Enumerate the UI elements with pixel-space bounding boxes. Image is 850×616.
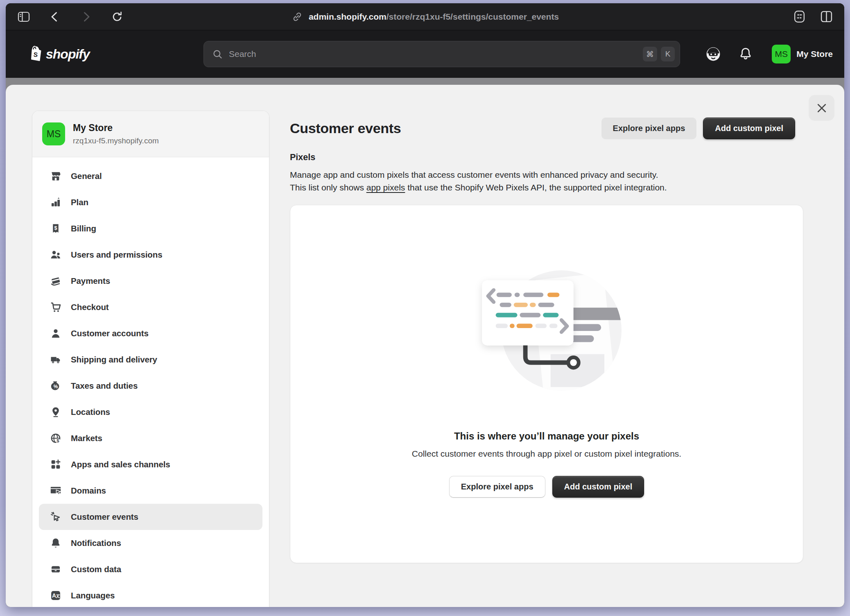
- svg-text:%: %: [54, 384, 58, 390]
- sidebar-item-locations[interactable]: Locations: [39, 399, 262, 425]
- notifications-bell-icon[interactable]: [737, 46, 754, 62]
- notifications-icon: [50, 537, 62, 549]
- settings-sidebar: MS My Store rzq1xu-f5.myshopify.com Gene…: [32, 111, 269, 607]
- sidebar-item-label: Customer events: [71, 512, 138, 522]
- languages-icon: A: [50, 589, 62, 602]
- page-settings-icon[interactable]: [792, 9, 807, 24]
- customer-accounts-icon: [50, 327, 62, 340]
- sidebar-toggle-icon[interactable]: [16, 9, 31, 24]
- markets-icon: $: [50, 432, 62, 444]
- sidebar-item-general[interactable]: General: [39, 163, 262, 189]
- search-icon: [212, 49, 223, 60]
- sidebar-item-checkout[interactable]: Checkout: [39, 294, 262, 320]
- account-menu[interactable]: MS My Store: [769, 42, 835, 66]
- reload-icon[interactable]: [110, 9, 124, 24]
- description-line1: Manage app and custom pixels that access…: [290, 170, 658, 179]
- empty-add-custom-pixel-button[interactable]: Add custom pixel: [552, 476, 644, 498]
- svg-text:S: S: [33, 51, 38, 58]
- svg-text:$: $: [54, 225, 57, 231]
- description-line2-end: that use the Shopify Web Pixels API, the…: [405, 183, 667, 192]
- back-icon[interactable]: [47, 9, 62, 24]
- shipping-icon: [50, 353, 62, 366]
- empty-explore-pixel-apps-button[interactable]: Explore pixel apps: [449, 476, 545, 498]
- sidebar-item-plan[interactable]: Plan: [39, 189, 262, 215]
- locations-icon: [50, 406, 62, 418]
- sidebar-item-label: Languages: [71, 591, 115, 600]
- url-path: /store/rzq1xu-f5/settings/customer_event…: [387, 12, 559, 21]
- sidebar-item-label: Payments: [71, 276, 110, 286]
- app-pixels-link[interactable]: app pixels: [366, 183, 405, 192]
- sidebar-item-label: Apps and sales channels: [71, 460, 170, 469]
- description-line2: This list only shows: [290, 183, 366, 192]
- sidebar-item-markets[interactable]: $Markets: [39, 425, 262, 451]
- sidebar-item-label: Plan: [71, 197, 88, 207]
- pixels-description: Manage app and custom pixels that access…: [290, 168, 803, 194]
- taxes-icon: %: [50, 380, 62, 392]
- browser-window: admin.shopify.com/store/rzq1xu-f5/settin…: [6, 3, 844, 607]
- sidebar-item-label: General: [71, 171, 102, 181]
- sidebar-item-languages[interactable]: ALanguages: [39, 582, 262, 607]
- sidebar-item-domains[interactable]: Domains: [39, 478, 262, 504]
- close-button[interactable]: [809, 95, 834, 121]
- search-input[interactable]: Search ⌘ K: [203, 41, 680, 67]
- explore-pixel-apps-button[interactable]: Explore pixel apps: [601, 118, 697, 139]
- checkout-icon: [50, 301, 62, 313]
- sidebar-item-customer-accounts[interactable]: Customer accounts: [39, 320, 262, 346]
- sidebar-item-label: Markets: [71, 433, 102, 443]
- store-icon: [50, 170, 62, 182]
- sidebar-item-shipping-and-delivery[interactable]: Shipping and delivery: [39, 346, 262, 373]
- pixels-section-title: Pixels: [290, 152, 803, 163]
- link-icon: [291, 11, 303, 23]
- sidebar-item-billing[interactable]: $Billing: [39, 215, 262, 242]
- cmd-keycap: ⌘: [643, 47, 657, 61]
- account-name: My Store: [796, 49, 833, 59]
- account-avatar: MS: [772, 45, 791, 63]
- sidebar-item-label: Domains: [71, 486, 106, 496]
- sidebar-item-label: Users and permissions: [71, 250, 163, 260]
- sidebar-item-notifications[interactable]: Notifications: [39, 530, 262, 556]
- close-icon: [816, 102, 828, 114]
- customer-events-icon: [50, 511, 62, 523]
- settings-modal: MS My Store rzq1xu-f5.myshopify.com Gene…: [6, 85, 844, 607]
- sidebar-item-label: Notifications: [71, 538, 121, 548]
- sidekick-icon[interactable]: [705, 45, 722, 63]
- sidebar-item-payments[interactable]: Payments: [39, 268, 262, 294]
- store-avatar: MS: [42, 122, 65, 145]
- sidebar-item-apps-and-sales-channels[interactable]: Apps and sales channels: [39, 451, 262, 478]
- shopify-logo[interactable]: S shopify: [25, 44, 90, 64]
- k-keycap: K: [661, 47, 675, 61]
- split-view-icon[interactable]: [819, 9, 834, 24]
- sidebar-item-users-and-permissions[interactable]: Users and permissions: [39, 242, 262, 268]
- page-title: Customer events: [290, 120, 401, 136]
- store-name: My Store: [73, 122, 159, 134]
- url-domain: admin.shopify.com: [309, 12, 387, 21]
- add-custom-pixel-button[interactable]: Add custom pixel: [703, 118, 795, 139]
- payments-icon: [50, 275, 62, 287]
- sidebar-item-label: Locations: [71, 407, 110, 417]
- users-icon: [50, 249, 62, 261]
- settings-backdrop: MS My Store rzq1xu-f5.myshopify.com Gene…: [6, 78, 844, 607]
- sidebar-item-label: Billing: [71, 224, 96, 233]
- sidebar-item-label: Custom data: [71, 564, 121, 574]
- empty-state-title: This is where you’ll manage your pixels: [454, 430, 639, 442]
- plan-icon: [50, 196, 62, 208]
- empty-state-subtitle: Collect customer events through app pixe…: [412, 449, 681, 459]
- svg-text:$: $: [57, 438, 59, 443]
- sidebar-item-taxes-and-duties[interactable]: %Taxes and duties: [39, 373, 262, 399]
- sidebar-item-custom-data[interactable]: Custom data: [39, 556, 262, 582]
- apps-icon: [50, 458, 62, 471]
- settings-nav: GeneralPlan$BillingUsers and permissions…: [32, 157, 269, 607]
- address-bar[interactable]: admin.shopify.com/store/rzq1xu-f5/settin…: [291, 3, 559, 30]
- store-domain: rzq1xu-f5.myshopify.com: [73, 136, 159, 145]
- billing-icon: $: [50, 222, 62, 235]
- shopify-bag-icon: S: [25, 44, 43, 64]
- sidebar-item-customer-events[interactable]: Customer events: [39, 504, 262, 530]
- sidebar-item-label: Customer accounts: [71, 328, 149, 338]
- pixels-empty-card: This is where you’ll manage your pixels …: [290, 205, 803, 563]
- svg-text:A: A: [52, 592, 56, 599]
- shopify-wordmark: shopify: [46, 47, 90, 62]
- forward-icon[interactable]: [79, 9, 93, 24]
- pixels-illustration: [470, 265, 623, 394]
- search-placeholder: Search: [229, 49, 637, 59]
- custom-data-icon: [50, 563, 62, 575]
